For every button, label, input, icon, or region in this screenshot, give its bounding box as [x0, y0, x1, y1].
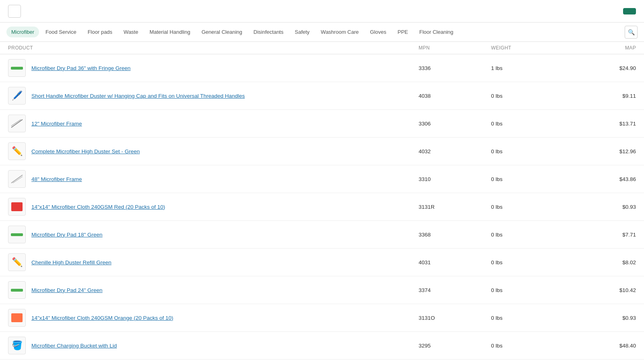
product-link[interactable]: Short Handle Microfiber Duster w/ Hangin…	[31, 93, 245, 99]
product-link[interactable]: 48" Microfiber Frame	[31, 176, 82, 182]
product-link[interactable]: Microfiber Dry Pad 18" Green	[31, 232, 103, 238]
tab-material-handling[interactable]: Material Handling	[144, 27, 195, 37]
svg-line-0	[11, 119, 23, 128]
table-row: 🪣 Microfiber Charging Bucket with Lid 32…	[0, 332, 644, 360]
product-cell: Microfiber Dry Pad 24" Green	[8, 281, 419, 299]
map-value: $0.93	[564, 315, 636, 321]
col-map: MAP	[564, 45, 636, 51]
product-cell: ✏️ Complete Microfiber High Duster Set -…	[8, 142, 419, 160]
product-image	[8, 281, 26, 299]
product-cell: 🪣 Microfiber Charging Bucket with Lid	[8, 337, 419, 354]
header	[0, 0, 644, 23]
mpn-value: 3310	[419, 176, 491, 182]
mpn-value: 3295	[419, 343, 491, 349]
map-value: $12.96	[564, 148, 636, 154]
map-value: $9.11	[564, 93, 636, 99]
product-image	[8, 170, 26, 188]
products-table: Product MPN Weight MAP Microfiber Dry Pa…	[0, 42, 644, 362]
mpn-value: 3306	[419, 121, 491, 127]
mpn-value: 3374	[419, 287, 491, 293]
product-cell: 14"x14" Microfiber Cloth 240GSM Orange (…	[8, 309, 419, 327]
map-value: $43.86	[564, 176, 636, 182]
header-right	[609, 8, 636, 14]
table-row: Microfiber Dry Pad 36" with Fringe Green…	[0, 54, 644, 82]
tab-disinfectants[interactable]: Disinfectants	[249, 27, 288, 37]
table-row: Microfiber Dry Pad 12" Green 3362 0 lbs …	[0, 360, 644, 362]
map-value: $8.02	[564, 259, 636, 265]
col-product: Product	[8, 45, 419, 51]
weight-value: 0 lbs	[491, 121, 564, 127]
product-image	[8, 59, 26, 77]
table-row: Microfiber Dry Pad 18" Green 3368 0 lbs …	[0, 221, 644, 249]
map-value: $0.93	[564, 204, 636, 210]
weight-value: 0 lbs	[491, 315, 564, 321]
tab-waste[interactable]: Waste	[119, 27, 143, 37]
weight-value: 0 lbs	[491, 176, 564, 182]
mpn-value: 4031	[419, 259, 491, 265]
col-weight: Weight	[491, 45, 564, 51]
mpn-value: 3368	[419, 232, 491, 238]
product-image	[8, 198, 26, 216]
weight-value: 0 lbs	[491, 204, 564, 210]
mpn-value: 3131O	[419, 315, 491, 321]
table-row: ✏️ Chenille High Duster Refill Green 403…	[0, 249, 644, 276]
map-value: $13.71	[564, 121, 636, 127]
table-row: ✏️ Complete Microfiber High Duster Set -…	[0, 138, 644, 165]
tab-ppe[interactable]: PPE	[393, 27, 413, 37]
tab-floor-pads[interactable]: Floor pads	[83, 27, 117, 37]
weight-value: 0 lbs	[491, 259, 564, 265]
product-image: 🖊️	[8, 87, 26, 105]
product-cell: Microfiber Dry Pad 36" with Fringe Green	[8, 59, 419, 77]
weight-value: 1 lbs	[491, 65, 564, 71]
table-row: 14"x14" Microfiber Cloth 240GSM Orange (…	[0, 304, 644, 332]
product-link[interactable]: Microfiber Dry Pad 24" Green	[31, 287, 103, 293]
product-cell: 12" Microfiber Frame	[8, 115, 419, 132]
search-button[interactable]: 🔍	[625, 26, 638, 39]
mpn-value: 3336	[419, 65, 491, 71]
table-header: Product MPN Weight MAP	[0, 42, 644, 54]
table-row: 12" Microfiber Frame 3306 0 lbs $13.71	[0, 110, 644, 138]
tab-general-cleaning[interactable]: General Cleaning	[197, 27, 247, 37]
product-link[interactable]: 12" Microfiber Frame	[31, 121, 82, 127]
mpn-value: 4032	[419, 148, 491, 154]
product-link[interactable]: 14"x14" Microfiber Cloth 240GSM Orange (…	[31, 315, 173, 321]
product-link[interactable]: Microfiber Charging Bucket with Lid	[31, 343, 117, 349]
mpn-value: 3131R	[419, 204, 491, 210]
product-link[interactable]: Complete Microfiber High Duster Set - Gr…	[31, 148, 140, 154]
tab-safety[interactable]: Safety	[290, 27, 314, 37]
mpn-value: 4038	[419, 93, 491, 99]
product-image	[8, 309, 26, 327]
weight-value: 0 lbs	[491, 93, 564, 99]
product-cell: 14"x14" Microfiber Cloth 240GSM Red (20 …	[8, 198, 419, 216]
product-cell: ✏️ Chenille High Duster Refill Green	[8, 253, 419, 271]
product-image	[8, 226, 26, 243]
tab-floor-cleaning[interactable]: Floor Cleaning	[415, 27, 458, 37]
product-image: 🪣	[8, 337, 26, 354]
table-row: 🖊️ Short Handle Microfiber Duster w/ Han…	[0, 82, 644, 110]
product-link[interactable]: Microfiber Dry Pad 36" with Fringe Green	[31, 65, 130, 71]
weight-value: 0 lbs	[491, 232, 564, 238]
weight-value: 0 lbs	[491, 148, 564, 154]
tab-washroom-care[interactable]: Washroom Care	[316, 27, 363, 37]
product-image	[8, 115, 26, 132]
product-link[interactable]: Chenille High Duster Refill Green	[31, 259, 111, 265]
product-image: ✏️	[8, 142, 26, 160]
tab-food-service[interactable]: Food Service	[41, 27, 81, 37]
svg-line-2	[11, 175, 23, 183]
map-value: $48.40	[564, 343, 636, 349]
svg-line-3	[13, 177, 23, 183]
tab-microfiber[interactable]: Microfiber	[6, 27, 39, 37]
visit-website-button[interactable]	[609, 9, 618, 14]
product-cell: Microfiber Dry Pad 18" Green	[8, 226, 419, 243]
weight-value: 0 lbs	[491, 343, 564, 349]
back-button[interactable]	[8, 5, 21, 18]
product-cell: 🖊️ Short Handle Microfiber Duster w/ Han…	[8, 87, 419, 105]
product-link[interactable]: 14"x14" Microfiber Cloth 240GSM Red (20 …	[31, 204, 165, 210]
tab-gloves[interactable]: Gloves	[365, 27, 391, 37]
table-row: 48" Microfiber Frame 3310 0 lbs $43.86	[0, 165, 644, 193]
email-button[interactable]	[623, 8, 636, 14]
weight-value: 0 lbs	[491, 287, 564, 293]
table-row: Microfiber Dry Pad 24" Green 3374 0 lbs …	[0, 276, 644, 304]
product-cell: 48" Microfiber Frame	[8, 170, 419, 188]
col-mpn: MPN	[419, 45, 491, 51]
